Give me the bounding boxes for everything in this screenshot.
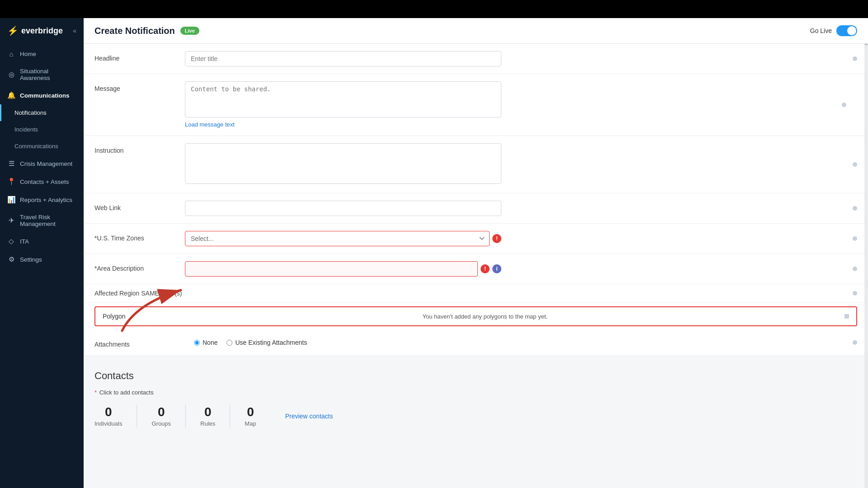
affected-region-label: Affected Region SAME code(s) — [94, 290, 182, 297]
polygon-message: You haven't added any polygons to the ma… — [422, 313, 547, 320]
sidebar-item-situational-awareness[interactable]: ◎ Situational Awareness — [0, 63, 84, 86]
click-to-add[interactable]: * Click to add contacts — [94, 389, 857, 396]
polygon-dot — [844, 314, 849, 319]
sidebar-item-label: Settings — [20, 256, 42, 263]
polygon-container: Polygon You haven't added any polygons t… — [84, 303, 868, 330]
us-time-zones-select[interactable]: Select... — [185, 231, 490, 246]
page-header: Create Notification Live Go Live — [84, 18, 868, 44]
sidebar-item-label: Communications — [20, 92, 70, 99]
sidebar-item-home[interactable]: ⌂ Home — [0, 45, 84, 63]
instruction-row: Instruction — [84, 136, 868, 193]
headline-label: Headline — [94, 51, 185, 62]
attachments-none-label: None — [203, 339, 217, 346]
home-icon: ⌂ — [7, 50, 15, 58]
contacts-section: Contacts * Click to add contacts 0 Indiv… — [84, 356, 868, 438]
go-live-section: Go Live — [810, 25, 857, 36]
attachments-existing-option[interactable]: Use Existing Attachments — [226, 339, 307, 346]
sidebar-item-label: Notifications — [14, 109, 47, 116]
logo: ⚡ everbridge — [7, 25, 63, 36]
sidebar-nav: ⌂ Home ◎ Situational Awareness 🔔 Communi… — [0, 42, 84, 488]
sidebar-item-label: Home — [20, 51, 36, 57]
attachments-row: Attachments None Use Existing Attachment… — [84, 330, 868, 356]
web-link-dot — [853, 206, 857, 211]
sidebar-item-crisis-management[interactable]: ☰ Crisis Management — [0, 155, 84, 173]
settings-icon: ⚙ — [7, 255, 15, 263]
us-time-zones-label-text: *U.S. Time Zones — [94, 235, 144, 242]
attachments-existing-label: Use Existing Attachments — [235, 339, 307, 346]
map-count: 0 — [245, 405, 256, 419]
polygon-row: Polygon You haven't added any polygons t… — [94, 306, 857, 326]
rules-label: Rules — [200, 420, 215, 427]
sidebar-item-settings[interactable]: ⚙ Settings — [0, 250, 84, 268]
headline-input[interactable] — [185, 51, 501, 66]
scrollbar[interactable] — [864, 18, 868, 488]
toggle-knob — [847, 26, 856, 35]
sidebar-item-label: Incidents — [14, 126, 38, 133]
message-row: Message Load message text — [84, 74, 868, 136]
attachments-existing-radio[interactable] — [226, 340, 232, 346]
area-description-input[interactable] — [185, 261, 478, 277]
logo-text: everbridge — [21, 26, 63, 36]
sidebar-item-communications-sub[interactable]: Communications — [0, 138, 84, 155]
area-description-label-text: *Area Description — [94, 265, 144, 272]
us-time-zones-error-icon: ! — [492, 234, 501, 243]
instruction-textarea[interactable] — [185, 143, 501, 184]
situational-awareness-icon: ◎ — [7, 70, 15, 79]
sidebar-item-label: Travel Risk Management — [20, 214, 76, 227]
attachments-none-option[interactable]: None — [194, 339, 217, 346]
area-description-dot — [853, 267, 857, 271]
sidebar-item-contacts-assets[interactable]: 📍 Contacts + Assets — [0, 173, 84, 191]
contacts-title: Contacts — [94, 370, 857, 382]
web-link-field — [185, 201, 501, 216]
area-description-field: ! i — [185, 261, 501, 277]
sidebar-logo-area: ⚡ everbridge « — [0, 18, 84, 42]
required-asterisk: * — [94, 389, 97, 396]
polygon-label: Polygon — [103, 313, 126, 320]
preview-contacts-link[interactable]: Preview contacts — [285, 413, 333, 420]
web-link-row: Web Link — [84, 193, 868, 224]
load-message-link[interactable]: Load message text — [185, 121, 235, 128]
attachments-label: Attachments — [94, 337, 185, 348]
sidebar-item-communications[interactable]: 🔔 Communications — [0, 86, 84, 104]
attachments-radio-group: None Use Existing Attachments — [194, 339, 307, 346]
instruction-dot — [853, 162, 857, 167]
sidebar-item-travel-risk[interactable]: ✈ Travel Risk Management — [0, 209, 84, 232]
sidebar: ⚡ everbridge « ⌂ Home ◎ Situational Awar… — [0, 0, 84, 488]
sidebar-item-incidents[interactable]: Incidents — [0, 121, 84, 138]
map-label: Map — [245, 420, 256, 427]
us-time-zones-field: Select... ! — [185, 231, 501, 246]
communications-icon: 🔔 — [7, 91, 15, 99]
us-time-zones-row: *U.S. Time Zones Select... ! — [84, 224, 868, 254]
rules-count: 0 — [200, 405, 215, 419]
stat-map: 0 Map — [230, 405, 270, 427]
ita-icon: ◇ — [7, 237, 15, 245]
sidebar-item-label: Situational Awareness — [20, 68, 76, 81]
main-content: Create Notification Live Go Live Headlin… — [84, 18, 868, 488]
travel-risk-icon: ✈ — [7, 216, 15, 225]
area-description-with-icons: ! i — [185, 261, 501, 277]
headline-field — [185, 51, 501, 66]
page-title: Create Notification — [94, 26, 175, 36]
message-field: Load message text — [185, 81, 501, 128]
sidebar-item-label: Crisis Management — [20, 160, 72, 167]
sidebar-item-reports-analytics[interactable]: 📊 Reports + Analytics — [0, 191, 84, 209]
affected-region-row: Affected Region SAME code(s) — [84, 284, 868, 303]
sidebar-item-ita[interactable]: ◇ ITA — [0, 232, 84, 250]
logo-icon: ⚡ — [7, 25, 19, 36]
attachments-none-radio[interactable] — [194, 340, 200, 346]
go-live-toggle[interactable] — [836, 25, 857, 36]
top-bar — [0, 0, 868, 18]
reports-analytics-icon: 📊 — [7, 196, 15, 204]
sidebar-collapse-button[interactable]: « — [73, 27, 76, 34]
sidebar-item-label: Contacts + Assets — [20, 178, 69, 185]
sidebar-item-label: ITA — [20, 238, 29, 245]
headline-row: Headline — [84, 44, 868, 74]
sidebar-item-notifications[interactable]: Notifications — [0, 104, 84, 121]
message-textarea[interactable] — [185, 81, 501, 117]
sidebar-item-label: Reports + Analytics — [20, 197, 72, 203]
notification-form: Headline Message Load message text Instr… — [84, 44, 868, 356]
stat-rules: 0 Rules — [186, 405, 230, 427]
message-dot — [842, 103, 846, 107]
contacts-stats: 0 Individuals 0 Groups 0 Rules 0 Map Pre… — [94, 405, 857, 427]
web-link-input[interactable] — [185, 201, 501, 216]
